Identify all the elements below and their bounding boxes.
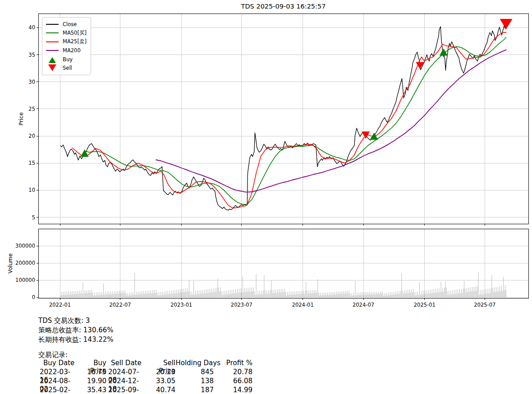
svg-text:35: 35 [28,52,35,58]
sell-triangle-icon [48,64,56,71]
trade-row: 2025-02-2735.432025-09-0340.7418714.99 [38,386,252,394]
volume-axis-label: Volume [7,254,14,274]
legend-item-2: MA25[卖] [46,37,87,46]
legend-line-swatch [46,24,59,25]
hold-return-text: 长期持有收益: 143.22% [38,335,114,344]
svg-text:2025-01: 2025-01 [414,302,436,308]
svg-text:2023-01: 2023-01 [170,302,192,308]
legend-marker-swatch [46,57,59,62]
legend-item-3: MA200 [46,46,87,55]
trade-count-text: TDS 交易次数: 3 [38,317,90,325]
svg-text:0: 0 [32,294,35,300]
svg-text:2023-07: 2023-07 [231,302,252,308]
trade-sell-date: 2025-09-03 [106,386,147,394]
svg-text:25: 25 [28,106,35,112]
trade-profit-pct: 14.99 [220,386,252,394]
legend-label: MA50[买] [63,30,87,36]
svg-text:2022-01: 2022-01 [49,302,71,308]
svg-text:200000: 200000 [15,260,35,266]
trade-buy-price: 35.43 [75,386,106,394]
buy-triangle-icon [49,57,56,63]
legend-line-swatch [46,32,59,33]
trade-buy-date: 2025-02-27 [38,386,75,394]
legend-item-5: Sell [46,64,87,73]
price-axis-label: Price [18,112,24,125]
legend-item-1: MA50[买] [46,29,87,38]
trade-holding-days: 187 [175,386,220,394]
legend-label: Sell [63,65,72,71]
legend-item-4: Buy [46,55,87,64]
svg-text:15: 15 [28,160,35,166]
svg-text:300000: 300000 [15,243,35,249]
svg-text:100000: 100000 [15,277,35,283]
line-swatch-icon [46,50,59,51]
svg-text:2025-07: 2025-07 [474,302,495,308]
line-swatch-icon [46,24,59,25]
strategy-return-text: 策略总收益率: 130.66% [38,326,114,335]
legend-label: MA25[卖] [63,38,87,45]
line-swatch-icon [46,32,59,33]
legend-label: Buy [63,56,73,63]
legend-marker-swatch [46,65,59,71]
legend-label: MA200 [63,47,81,54]
legend-item-0: Close [46,20,87,29]
trade-sell-price: 40.74 [147,386,175,394]
svg-text:10: 10 [28,187,35,193]
svg-text:2022-07: 2022-07 [109,302,131,308]
svg-text:2024-07: 2024-07 [353,302,374,308]
chart-title: TDS 2025-09-03 16:25:57 [38,3,528,10]
svg-text:30: 30 [28,79,35,85]
legend-line-swatch [46,41,59,42]
trade-records-label: 交易记录: [38,351,68,359]
stock-strategy-figure: 51015202530354001000002000003000002022-0… [0,0,532,394]
legend: CloseMA50[买]MA25[卖]MA200BuySell [42,17,91,75]
legend-line-swatch [46,50,59,51]
svg-text:20: 20 [28,133,35,139]
svg-text:40: 40 [28,24,35,31]
svg-text:2024-01: 2024-01 [292,302,314,308]
svg-text:5: 5 [32,214,35,221]
line-swatch-icon [46,41,59,42]
legend-label: Close [63,21,77,27]
